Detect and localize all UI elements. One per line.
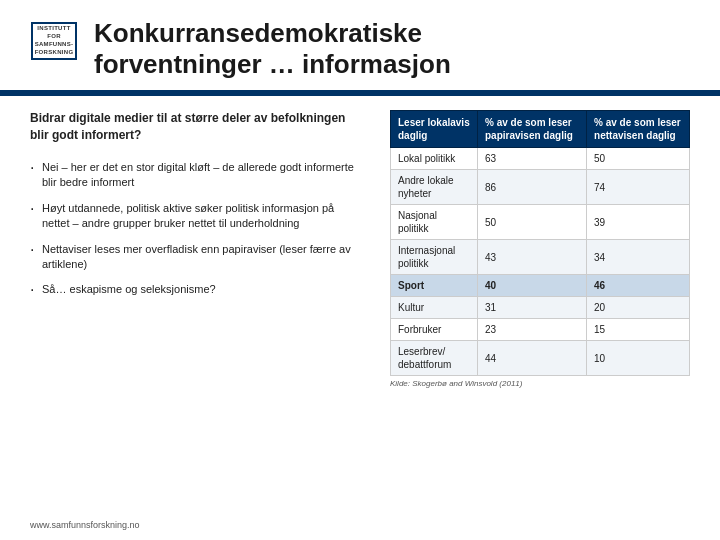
table-row: Forbruker2315 [391, 319, 690, 341]
page-title: Konkurransedemokratiske forventninger … … [94, 18, 451, 80]
footer-url: www.samfunnsforskning.no [30, 520, 140, 530]
table-row: Internasjonal politikk4334 [391, 240, 690, 275]
table-header-row: Leser lokalavis daglig % av de som leser… [391, 111, 690, 148]
main-content: Bidrar digitale medier til at større del… [0, 110, 720, 388]
blue-divider [0, 90, 720, 96]
logo-text3: FORSKNING [35, 49, 74, 57]
logo-text: INSTITUTT [37, 25, 70, 33]
right-panel: Leser lokalavis daglig % av de som leser… [390, 110, 690, 388]
table-cell-col3: 20 [587, 297, 690, 319]
table-cell-col2: 86 [478, 170, 587, 205]
col1-header: Leser lokalavis daglig [391, 111, 478, 148]
table-cell-col3: 46 [587, 275, 690, 297]
table-cell-label: Internasjonal politikk [391, 240, 478, 275]
table-cell-col2: 40 [478, 275, 587, 297]
table-cell-col2: 23 [478, 319, 587, 341]
left-panel: Bidrar digitale medier til at større del… [30, 110, 370, 388]
table-row: Andre lokale nyheter8674 [391, 170, 690, 205]
table-cell-col2: 31 [478, 297, 587, 319]
table-cell-col3: 50 [587, 148, 690, 170]
table-cell-label: Forbruker [391, 319, 478, 341]
table-cell-col2: 50 [478, 205, 587, 240]
table-cell-label: Andre lokale nyheter [391, 170, 478, 205]
table-row: Nasjonal politikk5039 [391, 205, 690, 240]
table-row: Sport4046 [391, 275, 690, 297]
logo: INSTITUTT FOR SAMFUNNS- FORSKNING [30, 18, 78, 60]
header: INSTITUTT FOR SAMFUNNS- FORSKNING Konkur… [0, 0, 720, 90]
logo-text2: FOR SAMFUNNS- [35, 33, 74, 49]
bullet-list: Nei – her er det en stor digital kløft –… [30, 160, 360, 298]
table-cell-col3: 15 [587, 319, 690, 341]
bullet-item: Nei – her er det en stor digital kløft –… [30, 160, 360, 191]
col2-header: % av de som leser papiravisen daglig [478, 111, 587, 148]
source-text: Kilde: Skogerbø and Winsvold (2011) [390, 379, 690, 388]
page: INSTITUTT FOR SAMFUNNS- FORSKNING Konkur… [0, 0, 720, 540]
table-cell-col2: 63 [478, 148, 587, 170]
table-cell-label: Nasjonal politikk [391, 205, 478, 240]
table-cell-col3: 34 [587, 240, 690, 275]
bullet-item: Høyt utdannede, politisk aktive søker po… [30, 201, 360, 232]
title-block: Konkurransedemokratiske forventninger … … [94, 18, 451, 80]
col3-header: % av de som leser nettavisen daglig [587, 111, 690, 148]
table-cell-col3: 39 [587, 205, 690, 240]
table-cell-col2: 44 [478, 341, 587, 376]
bullet-item: Så… eskapisme og seleksjonisme? [30, 282, 360, 297]
bullet-item: Nettaviser leses mer overfladisk enn pap… [30, 242, 360, 273]
question-text: Bidrar digitale medier til at større del… [30, 110, 360, 144]
table-cell-col2: 43 [478, 240, 587, 275]
table-cell-label: Leserbrev/ debattforum [391, 341, 478, 376]
table-cell-col3: 74 [587, 170, 690, 205]
table-cell-col3: 10 [587, 341, 690, 376]
table-cell-label: Lokal politikk [391, 148, 478, 170]
table-row: Leserbrev/ debattforum4410 [391, 341, 690, 376]
table-row: Lokal politikk6350 [391, 148, 690, 170]
footer: www.samfunnsforskning.no [30, 520, 140, 530]
table-cell-label: Kultur [391, 297, 478, 319]
data-table: Leser lokalavis daglig % av de som leser… [390, 110, 690, 376]
table-cell-label: Sport [391, 275, 478, 297]
table-row: Kultur3120 [391, 297, 690, 319]
